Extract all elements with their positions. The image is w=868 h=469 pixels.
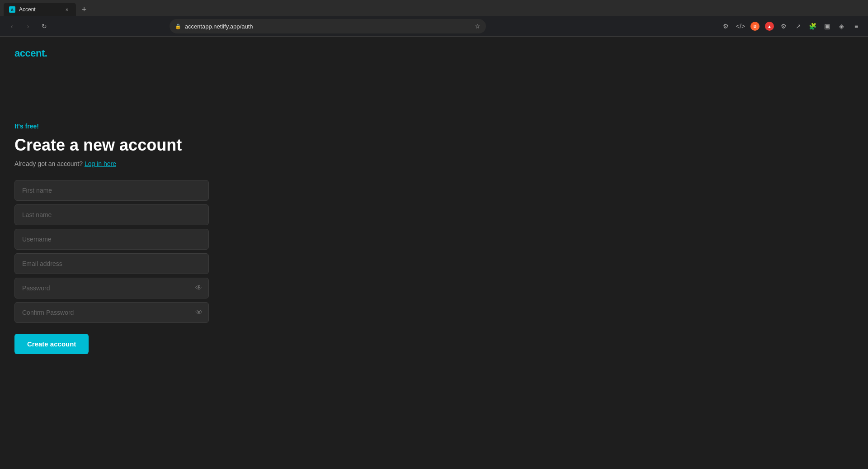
tab-bar: a Accent × + [0, 0, 868, 16]
tab-favicon: a [9, 6, 15, 13]
lock-icon: 🔒 [175, 24, 181, 29]
logo-suffix: cent. [25, 47, 47, 59]
free-label: It's free! [14, 123, 209, 130]
last-name-input[interactable] [14, 204, 209, 225]
sidebar-icon[interactable]: ▣ [821, 20, 834, 33]
browser-chrome: a Accent × + ‹ › ↻ 🔒 accentapp.netlify.a… [0, 0, 868, 37]
address-bar[interactable]: 🔒 accentapp.netlify.app/auth ☆ [170, 19, 486, 33]
page-title: Create a new account [14, 135, 209, 155]
back-icon: ‹ [11, 23, 13, 30]
bookmark-icon: ☆ [475, 23, 481, 30]
logo-accent: ac [14, 47, 25, 59]
share-icon[interactable]: ↗ [792, 20, 805, 33]
active-tab[interactable]: a Accent × [4, 3, 76, 16]
confirm-password-group: 👁 [14, 302, 209, 323]
settings-icon[interactable]: ⚙ [778, 20, 790, 33]
password-group: 👁 [14, 278, 209, 298]
menu-icon[interactable]: ≡ [850, 20, 863, 33]
email-input[interactable] [14, 253, 209, 274]
leo-icon[interactable]: ◈ [835, 20, 848, 33]
brave-rewards-icon[interactable]: B [749, 20, 761, 33]
first-name-group [14, 180, 209, 201]
forward-icon: › [27, 23, 29, 30]
form-section: It's free! Create a new account Already … [14, 123, 209, 354]
password-input[interactable] [14, 278, 209, 298]
confirm-password-input[interactable] [14, 302, 209, 323]
page-content: accent. It's free! Create a new account … [0, 37, 868, 469]
first-name-input[interactable] [14, 180, 209, 201]
tab-title: Accent [19, 6, 36, 13]
registration-form: 👁 👁 Create account [14, 180, 209, 354]
forward-button[interactable]: › [22, 20, 34, 33]
username-group [14, 229, 209, 250]
login-prompt: Already got an account? Log in here [14, 160, 209, 167]
confirm-password-toggle-icon[interactable]: 👁 [195, 308, 203, 317]
username-input[interactable] [14, 229, 209, 250]
login-link[interactable]: Log in here [85, 160, 116, 167]
brave-shields-icon[interactable]: ▲ [763, 20, 776, 33]
reload-icon: ↻ [42, 23, 47, 30]
reload-button[interactable]: ↻ [38, 20, 51, 33]
url-text: accentapp.netlify.app/auth [185, 23, 471, 30]
create-account-button[interactable]: Create account [14, 334, 89, 354]
logo: accent. [14, 47, 854, 59]
toolbar-right: ⚙ </> B ▲ ⚙ ↗ 🧩 ▣ ◈ ≡ [720, 20, 863, 33]
email-group [14, 253, 209, 274]
devtools-icon[interactable]: </> [734, 20, 747, 33]
last-name-group [14, 204, 209, 225]
tab-close-button[interactable]: × [63, 6, 71, 13]
browser-toolbar: ‹ › ↻ 🔒 accentapp.netlify.app/auth ☆ ⚙ <… [0, 16, 868, 36]
password-toggle-icon[interactable]: 👁 [195, 284, 203, 292]
puzzle-icon[interactable]: 🧩 [807, 20, 819, 33]
back-button[interactable]: ‹ [5, 20, 18, 33]
new-tab-button[interactable]: + [78, 3, 90, 16]
extensions-icon[interactable]: ⚙ [720, 20, 732, 33]
